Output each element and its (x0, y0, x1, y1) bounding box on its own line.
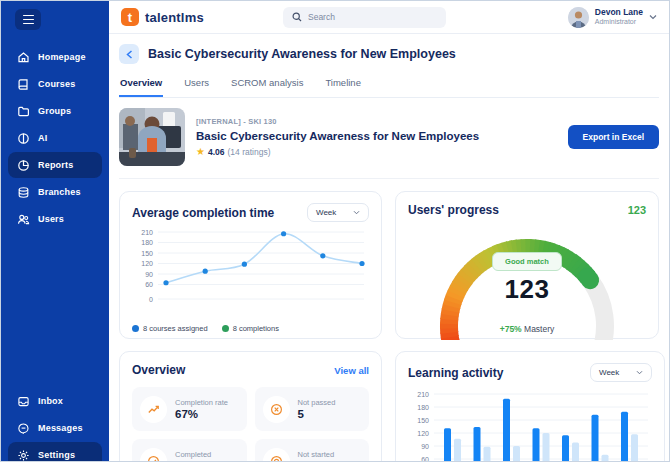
chevron-down-icon (636, 370, 643, 375)
svg-text:90: 90 (421, 443, 429, 450)
sidebar-item-label: Courses (38, 79, 75, 89)
page-title: Basic Cybersecurity Awareness for New Em… (148, 47, 456, 61)
mastery-label: +75% Mastery (500, 324, 555, 334)
sidebar: Homepage Courses Groups AI Reports Branc… (1, 1, 109, 462)
chevron-left-icon (126, 50, 133, 59)
sidebar-item-label: AI (38, 133, 47, 143)
svg-text:180: 180 (417, 404, 429, 411)
brand-icon: t (121, 8, 139, 26)
circle-x-icon (270, 403, 283, 416)
course-rating: ★ 4.06 (14 ratings) (196, 147, 479, 157)
book-icon (17, 78, 30, 91)
svg-text:60: 60 (421, 456, 429, 462)
users-progress-card: Users' progress 123 Good match 123 +75% … (395, 191, 659, 339)
overview-title: Overview (132, 363, 185, 377)
sidebar-item-label: Reports (38, 160, 73, 170)
gear-icon (17, 449, 30, 462)
completion-time-title: Average completion time (132, 206, 274, 220)
legend-item: 8 courses assigned (132, 324, 208, 333)
app-window: Homepage Courses Groups AI Reports Branc… (0, 0, 670, 462)
sidebar-item-label: Branches (38, 187, 81, 197)
user-menu[interactable]: Devon Lane Administrator (568, 7, 657, 28)
sidebar-item-courses[interactable]: Courses (8, 71, 102, 97)
search-icon (292, 12, 302, 22)
hamburger-icon (23, 15, 34, 17)
svg-text:90: 90 (145, 271, 153, 278)
completion-time-line-chart: 21018015012090600 (132, 226, 370, 318)
search-bar[interactable] (283, 7, 446, 28)
brand-name: talentlms (145, 10, 204, 25)
home-icon (17, 51, 30, 64)
inbox-icon (17, 395, 30, 408)
svg-text:150: 150 (417, 417, 429, 424)
cards-row-1: Average completion time Week 21018015012… (119, 191, 659, 339)
sidebar-item-groups[interactable]: Groups (8, 98, 102, 124)
ai-icon (17, 132, 30, 145)
sidebar-item-inbox[interactable]: Inbox (8, 388, 102, 414)
star-icon: ★ (196, 147, 205, 157)
learning-activity-period-select[interactable]: Week (590, 363, 652, 382)
sidebar-item-label: Inbox (38, 396, 63, 406)
main-content: Basic Cybersecurity Awareness for New Em… (109, 34, 669, 461)
legend-dot-icon (222, 325, 229, 332)
users-progress-title: Users' progress (408, 203, 499, 217)
course-info: [INTERNAL] - SKI 130 Basic Cybersecurity… (196, 117, 479, 157)
rating-count: (14 ratings) (228, 147, 271, 157)
stat-not-started: Not started50 (255, 439, 370, 462)
chart-legend: 8 courses assigned8 completions (132, 324, 369, 333)
progress-value: 123 (505, 274, 550, 304)
user-meta: Devon Lane Administrator (595, 8, 643, 26)
sidebar-item-branches[interactable]: Branches (8, 179, 102, 205)
chevron-down-icon (353, 210, 360, 215)
sidebar-item-messages[interactable]: Messages (8, 415, 102, 441)
sidebar-item-reports[interactable]: Reports (8, 152, 102, 178)
users-progress-count: 123 (628, 204, 646, 216)
rating-value: 4.06 (208, 147, 225, 157)
learning-activity-bar-chart: 2101801501209060 (408, 388, 652, 462)
svg-text:0: 0 (149, 296, 153, 303)
course-thumbnail (119, 108, 185, 166)
tab-bar: Overview Users SCROM analysis Timeline (119, 72, 659, 98)
users-icon (17, 213, 30, 226)
back-button[interactable] (119, 44, 139, 64)
search-input[interactable] (308, 12, 418, 22)
view-all-link[interactable]: View all (334, 365, 369, 376)
user-name: Devon Lane (595, 8, 643, 18)
avatar (568, 7, 589, 28)
tab-timeline[interactable]: Timeline (324, 72, 362, 97)
pie-chart-icon (17, 159, 30, 172)
svg-text:60: 60 (145, 281, 153, 288)
completion-time-period-select[interactable]: Week (307, 203, 369, 222)
sidebar-item-settings[interactable]: Settings (8, 442, 102, 462)
sidebar-item-label: Users (38, 214, 64, 224)
sidebar-item-ai[interactable]: AI (8, 125, 102, 151)
course-code: [INTERNAL] - SKI 130 (196, 117, 479, 126)
sidebar-item-label: Homepage (38, 52, 86, 62)
svg-text:180: 180 (141, 239, 153, 246)
sidebar-item-homepage[interactable]: Homepage (8, 44, 102, 70)
sidebar-item-label: Groups (38, 106, 71, 116)
svg-text:120: 120 (417, 430, 429, 437)
menu-toggle-button[interactable] (15, 9, 41, 30)
sidebar-nav: Homepage Courses Groups AI Reports Branc… (1, 44, 109, 233)
tab-scrom-analysis[interactable]: SCROM analysis (230, 72, 304, 97)
svg-text:150: 150 (141, 250, 153, 257)
stat-not-passed: Not passed5 (255, 387, 370, 431)
brand-logo[interactable]: t talentlms (121, 8, 204, 26)
trend-up-icon (147, 403, 160, 416)
course-title: Basic Cybersecurity Awareness for New Em… (196, 130, 479, 142)
sidebar-item-label: Settings (38, 450, 75, 460)
folder-icon (17, 105, 30, 118)
circle-target-icon (270, 455, 283, 462)
learning-activity-card: Learning activity Week 2101801501209060 (395, 351, 665, 462)
tab-overview[interactable]: Overview (119, 72, 163, 97)
tab-users[interactable]: Users (183, 72, 210, 97)
export-excel-button[interactable]: Export in Excel (568, 125, 659, 149)
stat-completed: Completed50 (132, 439, 247, 462)
circle-check-icon (147, 455, 160, 462)
legend-dot-icon (132, 325, 139, 332)
page-header: Basic Cybersecurity Awareness for New Em… (119, 42, 659, 66)
chat-icon (17, 422, 30, 435)
cards-row-2: Overview View all Completion rate67% Not… (119, 351, 659, 462)
sidebar-item-users[interactable]: Users (8, 206, 102, 232)
